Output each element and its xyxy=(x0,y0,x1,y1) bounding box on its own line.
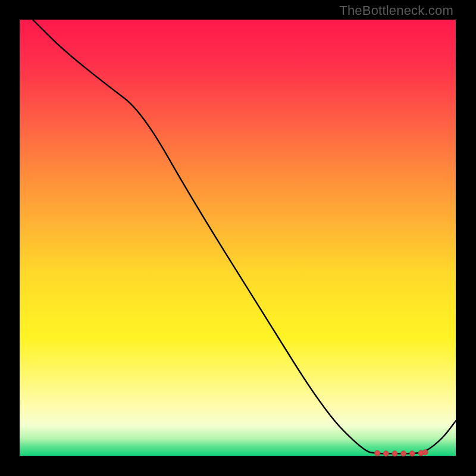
marker-dot xyxy=(392,451,397,456)
line-series xyxy=(33,20,456,453)
marker-dot xyxy=(409,451,415,456)
chart-svg xyxy=(20,20,456,456)
marker-dot xyxy=(401,451,406,456)
marker-dot xyxy=(375,450,380,456)
watermark-text: TheBottleneck.com xyxy=(339,3,453,18)
marker-dot xyxy=(383,451,389,456)
marker-dot xyxy=(422,450,428,455)
chart-container: TheBottleneck.com xyxy=(0,0,476,476)
